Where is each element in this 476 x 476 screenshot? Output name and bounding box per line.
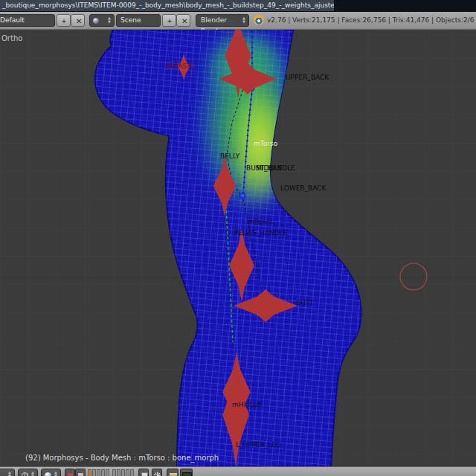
stepper-arrows-icon: ▲▼: [241, 16, 247, 25]
bone-label: UPPER_BACK: [286, 74, 329, 81]
scene-icon: [93, 18, 99, 24]
stepper-arrows-icon: ▲▼: [106, 16, 112, 25]
close-scene-button[interactable]: ✕: [176, 14, 190, 27]
bone-label: mPelvis: [248, 218, 274, 225]
globe-icon: [22, 472, 28, 476]
photo-icon: [169, 472, 178, 476]
scene-browse-dropdown[interactable]: ▲▼: [89, 14, 115, 27]
red-cube-icon: [68, 473, 73, 476]
pivot-point-dropdown[interactable]: ▲▼: [41, 469, 61, 476]
stepper-arrows-icon: ▲▼: [7, 471, 13, 476]
viewport-header-toolbar: ▲▼ ▲▼ ▲▼: [0, 466, 476, 476]
layer-toggle[interactable]: [126, 469, 129, 476]
layer-toggle[interactable]: [117, 469, 120, 476]
layer-toggle[interactable]: [88, 469, 91, 476]
layers-group-2[interactable]: [112, 469, 134, 476]
bone-label: LOWER_BACK: [280, 184, 327, 192]
bone-label: mTorso: [254, 140, 278, 147]
gray-cube-icon: [78, 473, 83, 476]
stepper-arrows-icon: ▲▼: [53, 471, 59, 476]
screen-layout-field[interactable]: Default: [0, 14, 55, 27]
bone-label: BELLY: [220, 152, 240, 160]
add-layout-button[interactable]: +: [57, 14, 71, 27]
opengl-animation-button[interactable]: [180, 469, 193, 476]
opengl-render-button[interactable]: [167, 469, 178, 476]
layer-toggle[interactable]: [130, 469, 134, 476]
render-engine-select[interactable]: Blender Render ▲▼: [196, 14, 249, 27]
handle-thigh[interactable]: [228, 393, 243, 437]
close-layout-button[interactable]: ✕: [71, 14, 85, 27]
blender-logo-icon: [254, 15, 264, 25]
handle-waist[interactable]: [235, 250, 249, 281]
snap-button[interactable]: [152, 469, 162, 476]
layer-toggle[interactable]: [92, 469, 96, 476]
handle-middle[interactable]: [219, 173, 231, 199]
bone-label: MIDDLE: [256, 164, 282, 172]
page-icon: [141, 472, 148, 476]
scene-stats: v2.76 | Verts:21,175 | Faces:26,756 | Tr…: [267, 16, 476, 24]
viewport-3d[interactable]: UPPER_BACK mTorso BELLY BUST_HANDLE MIDD…: [0, 30, 476, 466]
bone-label: mHipLeft: [232, 401, 263, 408]
stepper-arrows-icon: ▲▼: [30, 471, 36, 476]
viewport-shading-dropdown[interactable]: ▲▼: [18, 469, 38, 476]
layer-toggle[interactable]: [106, 469, 109, 476]
add-scene-button[interactable]: +: [162, 14, 176, 27]
bone-label: L_UPPER_LEG: [236, 441, 281, 448]
layer-toggle[interactable]: [112, 469, 116, 476]
view-mode-label: Ortho: [1, 34, 22, 42]
film-icon: [182, 472, 192, 476]
handle-butt[interactable]: [248, 299, 283, 313]
gear-icon: [154, 472, 161, 476]
bone-label: BUTT: [296, 299, 314, 306]
blender-window: _boutique_morphosys\ITEMS\ITEM-0009_-_bo…: [0, 0, 476, 476]
layers-group-1[interactable]: [88, 469, 109, 476]
layer-toggle[interactable]: [97, 469, 100, 476]
bone-label: PELVIS_HANDLE: [234, 229, 288, 237]
bone-label: BREASTS: [167, 63, 194, 70]
manipulator-mode-button[interactable]: [75, 469, 86, 476]
window-title: _boutique_morphosys\ITEMS\ITEM-0009_-_bo…: [0, 0, 334, 11]
viewport-canvas[interactable]: UPPER_BACK mTorso BELLY BUST_HANDLE MIDD…: [0, 30, 476, 466]
pivot-orb-icon: [45, 472, 51, 476]
scene-name-field[interactable]: Scene: [116, 14, 161, 27]
display-options-button[interactable]: [138, 469, 149, 476]
active-object-status: (92) Morphosys - Body Mesh : mTorso : bo…: [25, 454, 219, 462]
mode-stepper[interactable]: ▲▼: [0, 469, 15, 476]
handle-upper-back[interactable]: [231, 72, 264, 86]
layer-toggle[interactable]: [121, 469, 125, 476]
title-bar: _boutique_morphosys\ITEMS\ITEM-0009_-_bo…: [0, 0, 476, 12]
layer-toggle[interactable]: [101, 469, 105, 476]
manipulator-button[interactable]: [65, 469, 75, 476]
info-header: Default + ✕ ▲▼ Scene + ✕ Blender Render …: [0, 12, 476, 30]
